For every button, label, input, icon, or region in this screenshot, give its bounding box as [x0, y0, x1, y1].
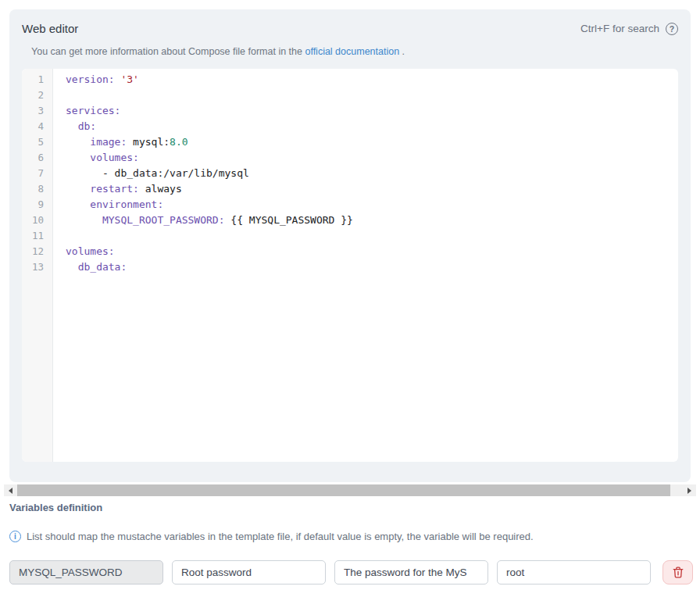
code-line[interactable]: version: '3' — [66, 72, 678, 88]
horizontal-scrollbar[interactable] — [4, 484, 696, 496]
code-token-plain: always — [139, 183, 182, 195]
variable-name-field — [9, 560, 163, 584]
line-number-gutter: 12345678910111213 — [22, 69, 53, 462]
code-token-key: db: — [78, 120, 96, 132]
web-editor-card: Web editor Ctrl+F for search ? You can g… — [9, 9, 691, 482]
code-line[interactable]: services: — [66, 103, 678, 119]
code-token-plain — [66, 183, 90, 195]
line-number: 7 — [22, 166, 52, 181]
code-token-plain: - db_data:/var/lib/mysql — [66, 167, 249, 179]
official-documentation-link[interactable]: official documentation — [305, 46, 399, 57]
code-token-plain — [66, 136, 90, 148]
code-line[interactable]: volumes: — [66, 150, 678, 166]
line-number: 1 — [22, 72, 52, 88]
variables-definition-heading: Variables definition — [9, 502, 102, 513]
scrollbar-thumb[interactable] — [17, 484, 670, 496]
scrollbar-track[interactable] — [670, 484, 683, 496]
variables-note-text: List should map the mustache variables i… — [27, 531, 534, 542]
search-hint-label: Ctrl+F for search — [580, 23, 659, 34]
code-token-key: version: — [66, 73, 115, 85]
scroll-right-arrow-icon — [688, 488, 691, 494]
code-token-key: db_data: — [78, 261, 127, 273]
trash-icon — [673, 567, 684, 578]
line-number: 8 — [22, 181, 52, 197]
code-line[interactable]: MYSQL_ROOT_PASSWORD: {{ MYSQL_PASSWORD }… — [66, 213, 678, 228]
code-token-plain — [66, 152, 90, 163]
line-number: 4 — [22, 119, 52, 134]
code-editor[interactable]: 12345678910111213 version: '3'services: … — [22, 69, 678, 462]
info-icon: i — [9, 531, 21, 542]
variable-row — [9, 560, 691, 584]
line-number: 9 — [22, 197, 52, 213]
code-token-string: '3' — [120, 73, 138, 85]
code-token-key: MYSQL_ROOT_PASSWORD: — [102, 214, 225, 226]
code-area[interactable]: version: '3'services: db: image: mysql:8… — [53, 69, 678, 462]
line-number: 10 — [22, 213, 52, 228]
code-token-key: image: — [90, 136, 127, 148]
code-token-key: volumes: — [90, 152, 139, 163]
variable-label-field[interactable] — [172, 560, 326, 584]
code-line[interactable]: restart: always — [66, 181, 678, 197]
code-token-plain — [66, 214, 102, 226]
code-token-plain: {{ MYSQL_PASSWORD }} — [225, 214, 353, 226]
code-token-plain: mysql: — [127, 136, 170, 148]
page-title: Web editor — [22, 22, 78, 35]
compose-note-text: You can get more information about Compo… — [31, 46, 305, 57]
code-line[interactable]: db: — [66, 119, 678, 134]
code-line[interactable]: image: mysql:8.0 — [66, 134, 678, 150]
scroll-left-arrow-icon — [9, 488, 12, 494]
scroll-right-button[interactable] — [683, 484, 696, 496]
line-number: 3 — [22, 103, 52, 119]
code-token-plain — [66, 120, 78, 132]
line-number: 6 — [22, 150, 52, 166]
code-line[interactable] — [66, 228, 678, 244]
compose-format-note: You can get more information about Compo… — [31, 46, 678, 57]
code-token-key: environment: — [90, 198, 163, 210]
scroll-left-button[interactable] — [4, 484, 17, 496]
line-number: 12 — [22, 244, 52, 259]
line-number: 11 — [22, 228, 52, 244]
delete-variable-button[interactable] — [662, 560, 693, 584]
variables-note: i List should map the mustache variables… — [9, 531, 534, 542]
code-token-plain — [66, 261, 78, 273]
line-number: 2 — [22, 88, 52, 103]
code-line[interactable]: db_data: — [66, 259, 678, 275]
variable-description-field[interactable] — [334, 560, 488, 584]
code-line[interactable]: volumes: — [66, 244, 678, 259]
code-line[interactable]: environment: — [66, 197, 678, 213]
line-number: 13 — [22, 259, 52, 275]
variable-default-value-field[interactable] — [497, 560, 651, 584]
code-token-key: services: — [66, 105, 120, 116]
code-token-number: 8.0 — [170, 136, 188, 148]
code-line[interactable] — [66, 88, 678, 103]
help-icon[interactable]: ? — [666, 23, 678, 35]
line-number: 5 — [22, 134, 52, 150]
web-editor-header: Web editor Ctrl+F for search ? — [9, 9, 691, 35]
code-token-key: volumes: — [66, 245, 115, 257]
code-token-key: restart: — [90, 183, 139, 195]
code-token-plain — [66, 198, 90, 210]
search-hint: Ctrl+F for search ? — [580, 23, 678, 35]
compose-note-text-tail: . — [399, 46, 405, 57]
code-line[interactable]: - db_data:/var/lib/mysql — [66, 166, 678, 181]
